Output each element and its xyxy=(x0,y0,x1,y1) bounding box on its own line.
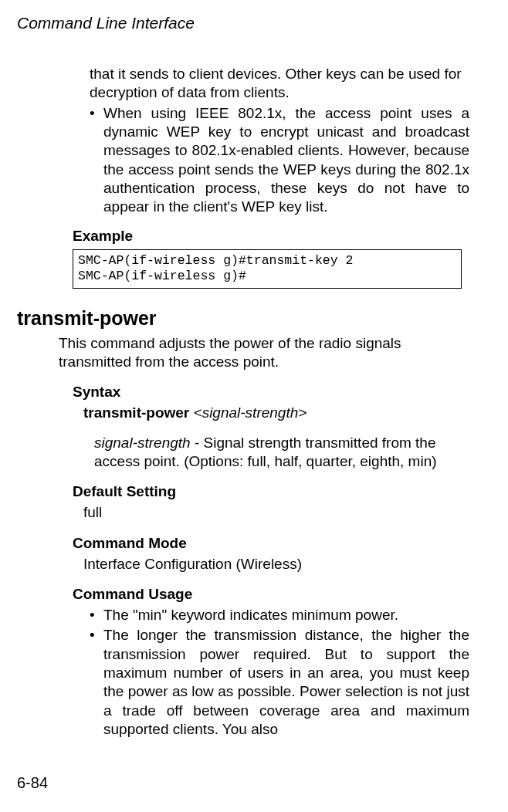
running-header: Command Line Interface xyxy=(17,14,477,32)
syntax-label: Syntax xyxy=(73,384,477,401)
command-description: This command adjusts the power of the ra… xyxy=(59,334,469,372)
command-heading: transmit-power xyxy=(17,307,477,330)
example-code-block: SMC-AP(if-wireless g)#transmit-key 2 SMC… xyxy=(73,249,462,289)
bullet-item: • When using IEEE 802.1x, the access poi… xyxy=(90,104,469,217)
command-mode-label: Command Mode xyxy=(73,535,477,552)
example-label: Example xyxy=(73,228,477,245)
continuation-text: that it sends to client devices. Other k… xyxy=(90,65,469,103)
bullet-item: • The "min" keyword indicates minimum po… xyxy=(90,606,469,624)
command-usage-label: Command Usage xyxy=(73,586,477,603)
default-setting-label: Default Setting xyxy=(73,483,477,500)
bullet-dot-icon: • xyxy=(90,104,103,217)
default-setting-value: full xyxy=(83,503,477,522)
syntax-parameter: signal-strength - Signal strength transm… xyxy=(94,434,469,472)
bullet-text: The "min" keyword indicates minimum powe… xyxy=(103,606,469,624)
page-container: Command Line Interface that it sends to … xyxy=(0,0,508,812)
syntax-line: transmit-power <signal-strength> xyxy=(83,404,469,422)
bullet-text: The longer the transmission distance, th… xyxy=(103,626,469,739)
syntax-command-name: transmit-power xyxy=(83,404,189,421)
bullet-item: • The longer the transmission distance, … xyxy=(90,626,469,739)
bullet-dot-icon: • xyxy=(90,626,103,739)
param-name: signal-strength xyxy=(94,435,191,451)
syntax-argument: <signal-strength> xyxy=(194,404,307,421)
bullet-text: When using IEEE 802.1x, the access point… xyxy=(103,104,469,217)
page-number: 6-84 xyxy=(17,774,48,792)
bullet-dot-icon: • xyxy=(90,606,103,624)
command-mode-value: Interface Configuration (Wireless) xyxy=(83,555,477,573)
